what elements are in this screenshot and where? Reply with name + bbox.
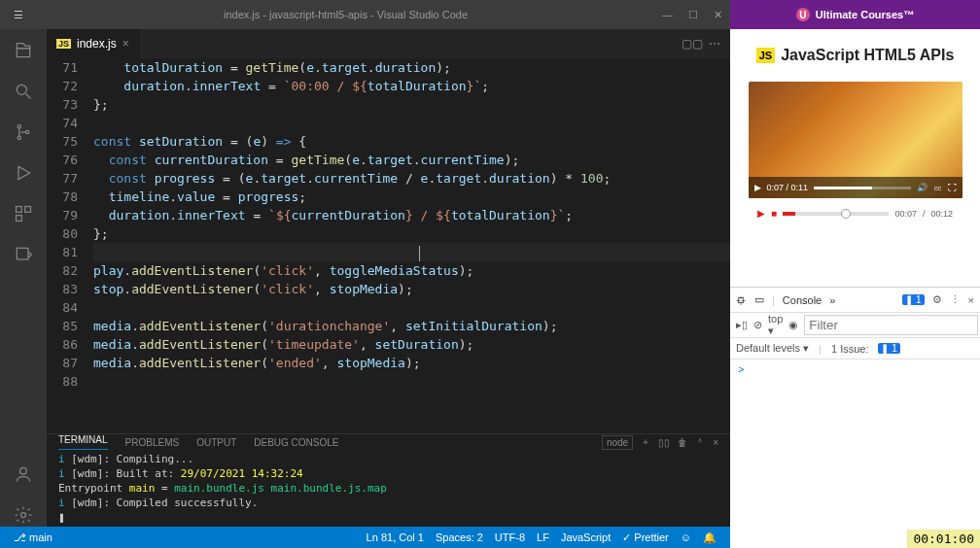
brand-header: U Ultimate Courses™ bbox=[730, 0, 980, 29]
log-levels-selector[interactable]: Default levels ▾ bbox=[736, 342, 809, 355]
trash-icon[interactable]: 🗑 bbox=[678, 437, 687, 448]
terminal-output[interactable]: i [wdm]: Compiling...i [wdm]: Built at: … bbox=[47, 450, 730, 527]
brand-logo-icon: U bbox=[796, 8, 810, 21]
context-selector[interactable]: top ▾ bbox=[768, 313, 783, 337]
hidden-badge[interactable]: ❚ 1 bbox=[902, 294, 924, 305]
clear-console-icon[interactable]: ⊘ bbox=[753, 319, 762, 331]
video-progress[interactable] bbox=[814, 187, 910, 189]
svg-point-1 bbox=[18, 125, 20, 128]
run-debug-icon[interactable] bbox=[12, 161, 35, 185]
video-player[interactable]: ▶ 0:07 / 0:11 🔊 ㏄ ⛶ bbox=[749, 82, 962, 198]
devtools-close-icon[interactable]: × bbox=[968, 294, 974, 306]
notifications-icon[interactable]: 🔔 bbox=[697, 531, 722, 544]
tab-bar: JS index.js × ▢▢ ⋯ bbox=[47, 29, 730, 58]
svg-point-0 bbox=[17, 85, 26, 94]
console-tab[interactable]: Console bbox=[783, 294, 822, 306]
sidebar-toggle-icon[interactable]: ▸▯ bbox=[736, 319, 748, 331]
ext-total: 00:12 bbox=[930, 209, 953, 219]
encoding-status[interactable]: UTF-8 bbox=[489, 531, 531, 544]
more-tabs-icon[interactable]: » bbox=[829, 294, 835, 306]
code-editor[interactable]: 717273747576777879808182838485868788 tot… bbox=[47, 58, 730, 433]
svg-rect-6 bbox=[17, 216, 22, 222]
maximize-button[interactable]: ☐ bbox=[688, 9, 698, 21]
js-file-icon: JS bbox=[56, 39, 71, 49]
terminal-panel: TERMINAL PROBLEMS OUTPUT DEBUG CONSOLE n… bbox=[47, 433, 730, 527]
svg-point-9 bbox=[21, 513, 26, 518]
split-editor-icon[interactable]: ▢▢ bbox=[682, 37, 703, 51]
inspect-icon[interactable]: ⯐ bbox=[736, 294, 747, 306]
js-badge-icon: JS bbox=[756, 48, 775, 63]
devtools-kebab-icon[interactable]: ⋮ bbox=[950, 293, 961, 306]
captions-icon[interactable]: ㏄ bbox=[933, 182, 942, 194]
explorer-icon[interactable] bbox=[12, 39, 35, 62]
issues-badge[interactable]: ❚ 1 bbox=[878, 343, 899, 354]
close-tab-icon[interactable]: × bbox=[122, 37, 129, 51]
feedback-icon[interactable]: ☺ bbox=[675, 531, 697, 544]
tab-label: index.js bbox=[77, 37, 117, 51]
debug-console-tab[interactable]: DEBUG CONSOLE bbox=[254, 437, 338, 448]
svg-rect-5 bbox=[25, 207, 31, 213]
output-tab[interactable]: OUTPUT bbox=[196, 437, 236, 448]
video-timestamp-overlay: 00:01:00 bbox=[907, 530, 980, 548]
branch-status[interactable]: ⎇ main bbox=[8, 531, 58, 544]
video-play-icon[interactable]: ▶ bbox=[754, 183, 761, 192]
extensions-icon[interactable] bbox=[12, 202, 35, 225]
device-toggle-icon[interactable]: ▭ bbox=[754, 293, 764, 306]
more-actions-icon[interactable]: ⋯ bbox=[709, 37, 720, 51]
ext-timeline[interactable] bbox=[783, 212, 889, 216]
ext-play-button[interactable]: ▶ bbox=[757, 208, 765, 219]
account-icon[interactable] bbox=[12, 462, 35, 486]
settings-icon[interactable] bbox=[12, 503, 35, 527]
svg-point-3 bbox=[26, 130, 29, 133]
issues-label[interactable]: 1 Issue: bbox=[831, 343, 869, 355]
split-terminal-icon[interactable]: ▯▯ bbox=[658, 437, 670, 448]
cursor-position[interactable]: Ln 81, Col 1 bbox=[361, 531, 430, 544]
svg-rect-4 bbox=[17, 207, 22, 213]
page-title: JS JavaScript HTML5 APIs bbox=[740, 47, 970, 64]
svg-point-2 bbox=[18, 136, 20, 139]
console-prompt[interactable]: > bbox=[738, 363, 744, 375]
ext-stop-button[interactable]: ■ bbox=[771, 208, 777, 219]
terminal-tab[interactable]: TERMINAL bbox=[58, 434, 108, 450]
volume-icon[interactable]: 🔊 bbox=[917, 183, 928, 192]
console-filter-input[interactable] bbox=[804, 315, 978, 335]
devtools-panel: ⯐ ▭ | Console » ❚ 1 ⚙ ⋮ × ▸▯ ⊘ top ▾ ◉ ⚙… bbox=[730, 287, 980, 379]
menu-button[interactable]: ☰ bbox=[8, 9, 29, 21]
maximize-panel-icon[interactable]: ＾ bbox=[695, 435, 705, 449]
tab-indexjs[interactable]: JS index.js × bbox=[47, 29, 140, 58]
new-terminal-icon[interactable]: ＋ bbox=[641, 435, 650, 449]
status-bar: ⎇ main Ln 81, Col 1 Spaces: 2 UTF-8 LF J… bbox=[0, 527, 730, 548]
terminal-shell-label[interactable]: node bbox=[602, 435, 633, 450]
close-panel-icon[interactable]: × bbox=[713, 437, 718, 448]
problems-tab[interactable]: PROBLEMS bbox=[125, 437, 180, 448]
svg-point-8 bbox=[20, 467, 27, 474]
svg-rect-7 bbox=[17, 248, 28, 259]
ext-elapsed: 00:07 bbox=[894, 209, 917, 219]
prettier-status[interactable]: ✓ Prettier bbox=[616, 531, 675, 544]
source-control-icon[interactable] bbox=[12, 120, 35, 144]
language-status[interactable]: JavaScript bbox=[555, 531, 616, 544]
minimize-button[interactable]: — bbox=[662, 9, 673, 21]
close-button[interactable]: ✕ bbox=[714, 9, 722, 21]
window-title: index.js - javascript-html5-apis - Visua… bbox=[29, 9, 662, 20]
devtools-settings-icon[interactable]: ⚙ bbox=[932, 293, 942, 306]
liveshare-icon[interactable] bbox=[12, 243, 35, 266]
brand-name: Ultimate Courses™ bbox=[816, 9, 914, 20]
titlebar: ☰ index.js - javascript-html5-apis - Vis… bbox=[0, 0, 730, 29]
indent-status[interactable]: Spaces: 2 bbox=[430, 531, 489, 544]
search-icon[interactable] bbox=[12, 80, 35, 103]
fullscreen-icon[interactable]: ⛶ bbox=[948, 183, 957, 192]
activity-bar bbox=[0, 29, 47, 527]
eol-status[interactable]: LF bbox=[531, 531, 555, 544]
video-time: 0:07 / 0:11 bbox=[767, 183, 809, 192]
live-expression-icon[interactable]: ◉ bbox=[788, 319, 798, 331]
